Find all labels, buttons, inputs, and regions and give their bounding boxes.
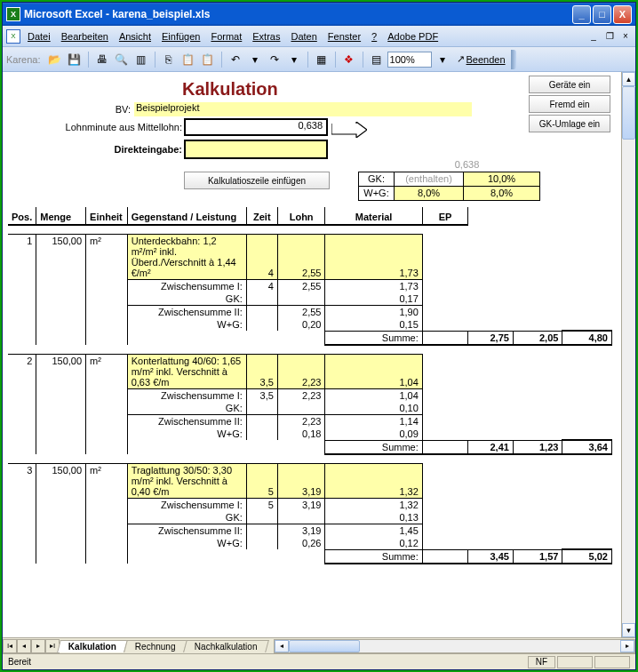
cell-zw1-zeit: 5 [246, 498, 277, 511]
scroll-left-icon[interactable]: ◂ [275, 640, 289, 652]
scroll-right-icon[interactable]: ▸ [620, 640, 634, 652]
menu-help[interactable]: ? [371, 31, 377, 42]
menu-format[interactable]: Format [211, 31, 242, 42]
gk-enthalten: (enthalten) [395, 172, 464, 186]
lohnminute-field[interactable]: 0,638 [184, 118, 328, 136]
sheet-tabs-bar: I◂ ◂ ▸ ▸I Kalkulation Rechnung Nachkalku… [3, 637, 635, 653]
cell-zw1-zeit: 4 [246, 279, 277, 292]
tab-kalkulation[interactable]: Kalkulation [57, 640, 128, 652]
col-menge: Menge [36, 207, 86, 225]
doc-icon[interactable]: X [6, 29, 20, 44]
cell-material[interactable]: 1,73 [325, 234, 422, 279]
paste-icon[interactable]: 📋 [179, 51, 197, 68]
label-zw1: Zwischensumme I: [127, 388, 246, 402]
copy-icon[interactable]: ⎘ [160, 51, 178, 68]
menu-extras[interactable]: Extras [252, 31, 280, 42]
cell-pos[interactable]: 1 [8, 234, 36, 345]
cell-menge[interactable]: 150,00 [36, 463, 86, 564]
bv-field[interactable]: Beispielprojekt [134, 102, 472, 116]
cell-zw2-mat: 1,90 [325, 305, 422, 318]
print-preview-icon[interactable]: 🔍 [113, 51, 131, 68]
maximize-button[interactable]: □ [593, 5, 611, 24]
redo-dropdown-icon[interactable]: ▾ [285, 51, 303, 68]
cell-ep: 5,02 [562, 549, 612, 564]
scroll-up-icon[interactable]: ▲ [622, 72, 635, 86]
wg-percent-1[interactable]: 8,0% [395, 186, 464, 200]
save-icon[interactable]: 💾 [66, 51, 84, 68]
wg-percent-2[interactable]: 8,0% [464, 186, 540, 200]
cell-lohn[interactable]: 2,23 [277, 354, 325, 388]
status-cell-2 [557, 656, 593, 668]
open-icon[interactable]: 📂 [46, 51, 64, 68]
cell-menge[interactable]: 150,00 [36, 234, 86, 345]
gk-percent[interactable]: 10,0% [464, 172, 540, 186]
track-icon[interactable]: ❖ [340, 51, 358, 68]
tab-rechnung[interactable]: Rechnung [124, 640, 187, 652]
minimize-button[interactable]: _ [572, 5, 591, 24]
scroll-down-icon[interactable]: ▼ [622, 623, 635, 637]
menu-datei[interactable]: Datei [28, 31, 51, 42]
cell-wg-lohn: 0,26 [277, 537, 325, 550]
vscroll-thumb[interactable] [622, 86, 635, 140]
page-setup-icon[interactable]: ▥ [132, 51, 150, 68]
doc-restore-button[interactable]: ❐ [603, 30, 616, 43]
cell-menge[interactable]: 150,00 [36, 354, 86, 454]
undo-icon[interactable]: ↶ [227, 51, 244, 68]
tab-prev-icon[interactable]: ◂ [17, 639, 31, 653]
gk-label: GK: [359, 172, 395, 186]
cell-lohn[interactable]: 2,55 [277, 234, 325, 279]
menu-daten[interactable]: Daten [291, 31, 316, 42]
redo-icon[interactable]: ↷ [266, 51, 283, 68]
toolbar-grip[interactable] [511, 50, 516, 69]
col-gegenstand: Gegenstand / Leistung [127, 207, 246, 225]
hscroll-thumb[interactable] [289, 640, 360, 652]
cell-pos[interactable]: 3 [8, 463, 36, 564]
gridlines-icon[interactable]: ▤ [368, 51, 386, 68]
menu-bearbeiten[interactable]: Bearbeiten [61, 31, 108, 42]
grid-icon[interactable]: ▦ [313, 51, 331, 68]
zoom-dropdown-icon[interactable]: ▾ [434, 51, 451, 68]
menu-einfuegen[interactable]: Einfügen [162, 31, 200, 42]
cell-material[interactable]: 1,04 [325, 354, 422, 388]
menu-adobe-pdf[interactable]: Adobe PDF [387, 31, 438, 42]
cell-material[interactable]: 1,32 [325, 463, 422, 498]
menu-fenster[interactable]: Fenster [328, 31, 361, 42]
doc-minimize-button[interactable]: _ [587, 30, 600, 43]
cell-lohn[interactable]: 3,19 [277, 463, 325, 498]
cell-gegenstand[interactable]: Konterlattung 40/60: 1,65 m/m² inkl. Ver… [127, 354, 246, 388]
zoom-combo[interactable]: 100% [387, 52, 432, 68]
cell-gegenstand[interactable]: Unterdeckbahn: 1,2 m²/m² inkl. Überd./Ve… [127, 234, 246, 279]
gk-umlage-ein-button[interactable]: GK-Umlage ein [529, 115, 610, 132]
menu-ansicht[interactable]: Ansicht [119, 31, 151, 42]
undo-dropdown-icon[interactable]: ▾ [246, 51, 264, 68]
close-button[interactable]: X [613, 5, 632, 24]
horizontal-scrollbar[interactable]: ◂ ▸ [274, 639, 635, 653]
cell-einheit[interactable]: m² [86, 463, 128, 564]
tab-first-icon[interactable]: I◂ [3, 639, 17, 653]
cell-zw2-mat: 1,14 [325, 414, 422, 428]
cell-einheit[interactable]: m² [86, 234, 128, 345]
doc-close-button[interactable]: × [619, 30, 632, 43]
print-icon[interactable]: 🖶 [93, 51, 111, 68]
cell-gegenstand[interactable]: Traglattung 30/50: 3,30 m/m² inkl. Versc… [127, 463, 246, 498]
fremd-ein-button[interactable]: Fremd ein [529, 95, 610, 113]
direkteingabe-field[interactable] [184, 140, 328, 159]
cell-pos[interactable]: 2 [8, 354, 36, 454]
vertical-scrollbar[interactable]: ▲ ▼ [621, 72, 635, 637]
insert-kalkzeile-button[interactable]: Kalkulatioszeile einfügen [184, 172, 330, 189]
tab-nachkalkulation[interactable]: Nachkalkulation [183, 640, 268, 652]
geraete-ein-button[interactable]: Geräte ein [529, 76, 610, 93]
gk-panel: 0,638 GK:(enthalten)10,0% W+G:8,0%8,0% [358, 157, 540, 201]
worksheet[interactable]: Kalkulation Geräte ein Fremd ein GK-Umla… [3, 72, 621, 637]
beenden-button[interactable]: ↗ Beenden [457, 53, 506, 65]
tab-next-icon[interactable]: ▸ [31, 639, 45, 653]
col-einheit: Einheit [86, 207, 128, 225]
cell-einheit[interactable]: m² [86, 354, 128, 454]
cell-zw1-mat: 1,04 [325, 388, 422, 402]
label-wg: W+G: [127, 318, 246, 332]
cell-zeit[interactable]: 5 [246, 463, 277, 498]
cell-zeit[interactable]: 4 [246, 234, 277, 279]
cell-zeit[interactable]: 3,5 [246, 354, 277, 388]
label-zw2: Zwischensumme II: [127, 524, 246, 537]
paste-special-icon[interactable]: 📋 [199, 51, 217, 68]
